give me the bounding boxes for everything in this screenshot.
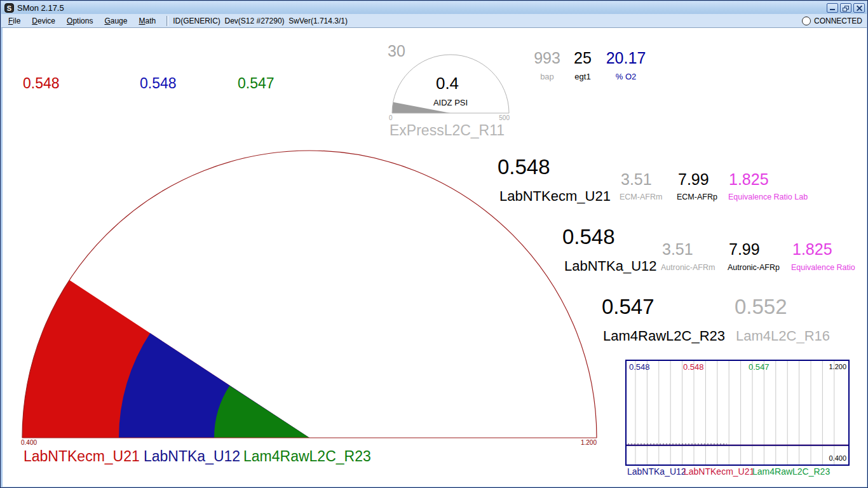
- row1-sub1-label: ECM-AFRm: [620, 193, 662, 201]
- lambda-gauge-min: 0.400: [21, 439, 37, 446]
- strip-legend-3: Lam4RawL2C_R23: [752, 466, 830, 477]
- menu-bar: File Device Options Gauge Math ID(GENERI…: [1, 14, 867, 28]
- row2-sub2-label: Autronic-AFRp: [728, 263, 780, 272]
- window-controls: [827, 3, 865, 13]
- menu-options[interactable]: Options: [65, 16, 95, 26]
- lambda-legend-2: LabNTKa_U12: [144, 448, 240, 465]
- row2-sub3-value: 1.825: [792, 240, 832, 259]
- strip-legend-1: LabNTKa_U12: [627, 466, 686, 477]
- connection-indicator-icon: [802, 17, 811, 25]
- press-gauge-value: 0.4: [416, 74, 479, 93]
- menu-math[interactable]: Math: [137, 16, 158, 26]
- client-area: 0.548 0.548 0.547 30 0.4 AIDZ PSI 0 500 …: [3, 28, 867, 487]
- row2-sub1-label: Autronic-AFRm: [661, 263, 715, 272]
- row3-secondary-value: 0.552: [735, 295, 787, 319]
- row1-sub1-value: 3.51: [621, 170, 652, 189]
- quick-value-green: 0.547: [238, 75, 275, 92]
- env-value-o2: 20.17: [596, 49, 656, 67]
- press-gauge-units: AIDZ PSI: [416, 98, 485, 107]
- quick-value-red: 0.548: [23, 75, 60, 92]
- row2-sub1-value: 3.51: [662, 240, 693, 259]
- menu-device[interactable]: Device: [30, 16, 57, 26]
- restore-button[interactable]: [840, 3, 851, 13]
- row1-sub2-value: 7.99: [678, 170, 709, 189]
- menu-gauge[interactable]: Gauge: [102, 16, 129, 26]
- row1-sub3-label: Equivalence Ratio Lab: [728, 193, 808, 201]
- row1-sub3-value: 1.825: [729, 170, 769, 189]
- close-button[interactable]: [853, 3, 865, 13]
- window-title: SMon 2.17.5: [17, 3, 64, 13]
- press-gauge-max: 500: [485, 114, 510, 121]
- menu-separator: [166, 16, 168, 26]
- menu-file[interactable]: File: [6, 16, 22, 26]
- strip-legend-2: LabNTKecm_U21: [684, 466, 754, 477]
- strip-ymin: 0.400: [817, 454, 846, 462]
- env-label-o2: % O2: [596, 72, 656, 81]
- strip-value-1: 0.548: [629, 362, 650, 372]
- row2-sub2-value: 7.99: [729, 240, 760, 259]
- strip-value-2: 0.548: [683, 362, 704, 372]
- row3-name: Lam4RawL2C_R23: [603, 328, 725, 344]
- lambda-legend-3: Lam4RawL2C_R23: [243, 448, 371, 465]
- title-bar: SMon 2.17.5: [1, 1, 867, 14]
- lambda-gauge-max: 1.200: [571, 439, 597, 446]
- row1-sub2-label: ECM-AFRp: [677, 193, 717, 201]
- lambda-gauge: [18, 147, 600, 440]
- minimize-icon: [830, 9, 835, 10]
- row3-value: 0.547: [602, 295, 654, 319]
- quick-value-blue: 0.548: [140, 75, 177, 92]
- lambda-legend-1: LabNTKecm_U21: [24, 448, 140, 465]
- connection-label: CONNECTED: [814, 17, 862, 25]
- row2-sub3-label: Equivalence Ratio: [791, 263, 855, 272]
- restore-icon-front: [843, 8, 847, 11]
- row3-secondary-name: Lam4L2C_R16: [736, 328, 830, 344]
- strip-ymax: 1.200: [817, 363, 846, 370]
- device-info: ID(GENERIC) Dev(S12 #27290) SwVer(1.714.…: [173, 17, 348, 25]
- app-icon: [4, 3, 14, 13]
- strip-value-3: 0.547: [749, 362, 770, 372]
- strip-chart: [625, 360, 850, 466]
- press-gauge-min: 0: [389, 114, 393, 121]
- app-window: SMon 2.17.5 File Device Options Gauge Ma…: [0, 0, 868, 488]
- press-gauge-title: ExPressL2C_R11: [390, 122, 505, 139]
- minimize-button[interactable]: [827, 3, 838, 13]
- connection-status: CONNECTED: [802, 14, 862, 28]
